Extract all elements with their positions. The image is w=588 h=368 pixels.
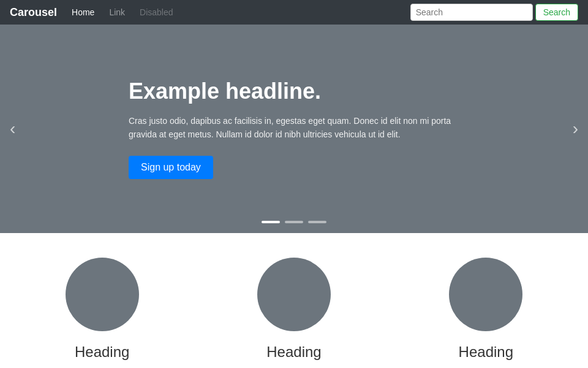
nav-link-disabled: Disabled xyxy=(135,5,178,20)
navbar-search: Search xyxy=(410,4,578,21)
card-2-image xyxy=(257,258,331,331)
search-button[interactable]: Search xyxy=(535,4,578,21)
nav-link-home[interactable]: Home xyxy=(67,5,99,20)
carousel: ‹ Example headline. Cras justo odio, dap… xyxy=(0,25,588,233)
carousel-content: Example headline. Cras justo odio, dapib… xyxy=(80,79,508,180)
nav-link-link[interactable]: Link xyxy=(104,5,130,20)
carousel-dot-1[interactable] xyxy=(262,221,280,223)
card-2: Heading Duis mollis, est non commodo luc… xyxy=(208,258,380,368)
carousel-dot-3[interactable] xyxy=(308,221,326,223)
search-input[interactable] xyxy=(410,4,533,21)
card-2-heading: Heading xyxy=(266,343,321,361)
carousel-indicators xyxy=(262,221,326,223)
card-1: Heading Donec sed odio dui. Etiam porta … xyxy=(17,258,188,368)
carousel-next-button[interactable]: › xyxy=(563,114,588,144)
carousel-text: Cras justo odio, dapibus ac facilisis in… xyxy=(129,114,459,142)
nav-links: Home Link Disabled xyxy=(67,5,410,20)
carousel-headline: Example headline. xyxy=(129,79,459,104)
navbar-brand[interactable]: Carousel xyxy=(10,6,57,19)
card-3: Heading Donec sed odio dui. Cras justo o… xyxy=(400,258,571,368)
card-1-image xyxy=(66,258,139,331)
card-3-heading: Heading xyxy=(459,343,513,361)
navbar: Carousel Home Link Disabled Search xyxy=(0,0,588,25)
carousel-signup-button[interactable]: Sign up today xyxy=(129,156,213,179)
card-1-heading: Heading xyxy=(75,343,129,361)
carousel-dot-2[interactable] xyxy=(285,221,303,223)
carousel-prev-button[interactable]: ‹ xyxy=(0,114,25,144)
card-3-image xyxy=(449,258,522,331)
content-section: Heading Donec sed odio dui. Etiam porta … xyxy=(0,233,588,368)
